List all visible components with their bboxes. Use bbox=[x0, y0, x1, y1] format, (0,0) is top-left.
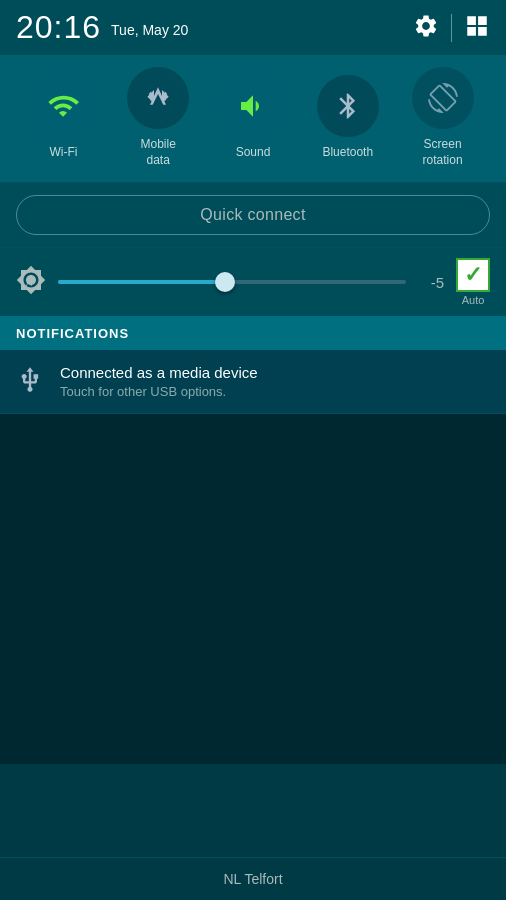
quick-connect-section: Quick connect bbox=[0, 183, 506, 247]
auto-label: Auto bbox=[462, 294, 485, 306]
usb-icon bbox=[16, 366, 44, 398]
brightness-icon: A bbox=[16, 265, 46, 299]
status-bar: 20:16 Tue, May 20 bbox=[0, 0, 506, 55]
notifications-title: NOTIFICATIONS bbox=[16, 326, 129, 341]
brightness-slider[interactable] bbox=[58, 272, 406, 292]
notification-subtitle-text: Touch for other USB options. bbox=[60, 384, 490, 399]
auto-checkbox[interactable]: ✓ bbox=[456, 258, 490, 292]
toggle-wifi-label: Wi-Fi bbox=[49, 145, 77, 161]
notification-item-usb[interactable]: Connected as a media device Touch for ot… bbox=[0, 350, 506, 414]
status-right bbox=[413, 13, 490, 43]
grid-icon[interactable] bbox=[464, 13, 490, 43]
toggle-bluetooth[interactable]: Bluetooth bbox=[317, 75, 379, 161]
toggle-screen-rotation-label: Screenrotation bbox=[423, 137, 463, 168]
brightness-value: -5 bbox=[418, 274, 444, 291]
toggle-screen-rotation-circle bbox=[412, 67, 474, 129]
toggle-sound[interactable]: Sound bbox=[222, 75, 284, 161]
notification-title-text: Connected as a media device bbox=[60, 364, 490, 381]
check-mark: ✓ bbox=[464, 264, 482, 286]
toggle-screen-rotation[interactable]: Screenrotation bbox=[412, 67, 474, 168]
status-left: 20:16 Tue, May 20 bbox=[16, 9, 188, 46]
auto-brightness-toggle[interactable]: ✓ Auto bbox=[456, 258, 490, 306]
date-display: Tue, May 20 bbox=[111, 22, 188, 38]
toggle-wifi[interactable]: Wi-Fi bbox=[32, 75, 94, 161]
status-divider bbox=[451, 14, 452, 42]
slider-track bbox=[58, 280, 406, 284]
toggle-sound-label: Sound bbox=[236, 145, 271, 161]
toggle-bluetooth-circle bbox=[317, 75, 379, 137]
notifications-header: NOTIFICATIONS bbox=[0, 316, 506, 350]
bottom-bar: NL Telfort bbox=[0, 857, 506, 900]
notification-content: Connected as a media device Touch for ot… bbox=[60, 364, 490, 399]
main-content-area bbox=[0, 414, 506, 764]
toggle-mobile-data-label: Mobiledata bbox=[141, 137, 176, 168]
svg-text:A: A bbox=[26, 278, 32, 288]
toggle-mobile-data-circle bbox=[127, 67, 189, 129]
time-display: 20:16 bbox=[16, 9, 101, 46]
quick-connect-button[interactable]: Quick connect bbox=[16, 195, 490, 235]
quick-toggles-panel: Wi-Fi Mobiledata Sound Bluetooth bbox=[0, 55, 506, 182]
brightness-row: A -5 ✓ Auto bbox=[0, 247, 506, 316]
slider-thumb bbox=[215, 272, 235, 292]
slider-fill bbox=[58, 280, 225, 284]
toggle-bluetooth-label: Bluetooth bbox=[322, 145, 373, 161]
gear-icon[interactable] bbox=[413, 13, 439, 43]
toggle-wifi-circle bbox=[32, 75, 94, 137]
toggle-mobile-data[interactable]: Mobiledata bbox=[127, 67, 189, 168]
toggle-sound-circle bbox=[222, 75, 284, 137]
carrier-name: NL Telfort bbox=[223, 871, 282, 887]
